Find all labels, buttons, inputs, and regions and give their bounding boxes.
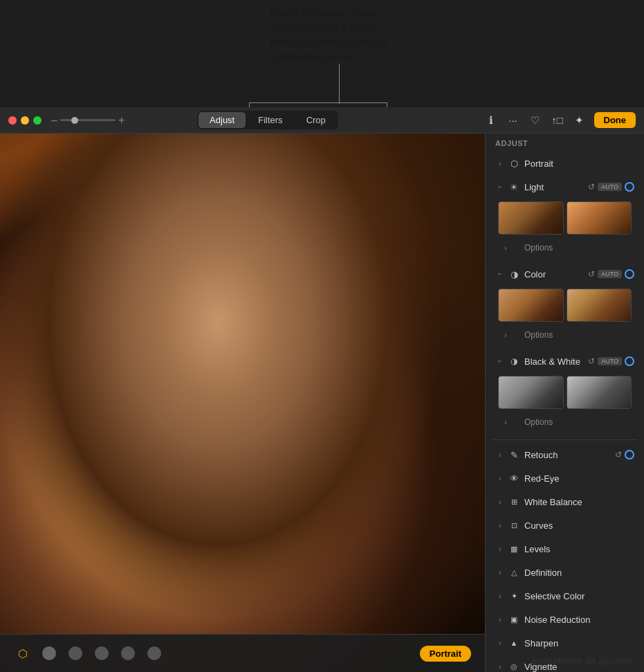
tab-filters[interactable]: Filters [247, 112, 293, 128]
bw-thumbnails [498, 376, 632, 409]
tooltip-text: Faceți clic pentru a face ajustări, pent… [270, 6, 505, 64]
section-label-wb: White Balance [524, 497, 634, 507]
levels-icon: ▦ [508, 543, 520, 555]
bw-content: › Options [493, 373, 637, 437]
section-label-curves: Curves [524, 520, 634, 531]
color-thumb-1[interactable] [498, 289, 564, 322]
curves-icon: ⊡ [508, 519, 520, 532]
bw-thumb-2-img [567, 376, 632, 408]
color-options-chevron: › [501, 330, 510, 340]
bw-options-row[interactable]: › Options [498, 413, 632, 431]
circle-tool-2[interactable] [66, 644, 84, 662]
section-portrait[interactable]: › ⬡ Portrait [493, 152, 637, 175]
color-options-row[interactable]: › Options [498, 326, 632, 344]
section-retouch[interactable]: › ✎ Retouch ↺ [493, 443, 637, 466]
light-icon: ☀ [508, 181, 520, 193]
bw-undo-icon[interactable]: ↺ [588, 356, 595, 366]
section-label-color: Color [524, 269, 588, 280]
section-wb[interactable]: › ⊞ White Balance [493, 490, 637, 514]
bw-thumb-1[interactable] [498, 376, 564, 409]
color-undo-icon[interactable]: ↺ [588, 269, 595, 279]
light-options-row[interactable]: › Options [498, 239, 632, 257]
light-content: › Options [493, 199, 637, 262]
info-button[interactable]: ℹ [484, 113, 499, 128]
minimize-button[interactable] [21, 116, 29, 125]
light-thumb-1[interactable] [498, 201, 564, 235]
maximize-button[interactable] [33, 116, 42, 125]
light-circle-indicator[interactable] [625, 182, 634, 192]
color-circle-indicator[interactable] [625, 269, 634, 279]
magic-button[interactable]: ✦ [572, 113, 587, 128]
tab-crop[interactable]: Crop [295, 112, 337, 128]
color-content: › Options [493, 286, 637, 349]
circle-tool-3[interactable] [93, 644, 111, 662]
more-button[interactable]: ··· [506, 113, 521, 128]
section-label-levels: Levels [524, 544, 634, 554]
light-auto-badge[interactable]: AUTO [598, 183, 622, 191]
section-definition[interactable]: › △ Definition [493, 561, 637, 584]
section-light[interactable]: › ☀ Light ↺ AUTO [493, 175, 637, 199]
close-button[interactable] [8, 116, 17, 125]
bw-auto-badge[interactable]: AUTO [598, 357, 622, 365]
bw-options-label: Options [524, 417, 553, 427]
bw-thumb-2[interactable] [567, 376, 632, 409]
light-thumbnails [498, 201, 632, 235]
main-content: ⬡ Portrait ADJUST [0, 134, 644, 672]
section-label-light: Light [524, 182, 588, 192]
zoom-control: – + [51, 115, 125, 126]
color-thumb-2-img [567, 289, 632, 321]
share-button[interactable]: ↑□ [550, 113, 565, 128]
section-bw[interactable]: › ◑ Black & White ↺ AUTO [493, 349, 637, 373]
zoom-minus-button[interactable]: – [51, 115, 57, 126]
photo-area: ⬡ Portrait [0, 134, 485, 672]
panel-header: ADJUST [486, 134, 644, 152]
circle-tool-4[interactable] [119, 644, 137, 662]
light-undo-icon[interactable]: ↺ [588, 182, 595, 192]
color-auto-badge[interactable]: AUTO [598, 270, 622, 278]
circle-tool-5[interactable] [145, 644, 163, 662]
section-redeye[interactable]: › 👁 Red-Eye [493, 466, 637, 490]
sharpen-icon: ▲ [508, 637, 520, 649]
section-label-retouch: Retouch [524, 450, 615, 460]
section-selective[interactable]: › ✦ Selective Color [493, 584, 637, 608]
chevron-wb: › [495, 497, 505, 507]
chevron-redeye: › [495, 473, 505, 483]
photo-background [0, 134, 485, 672]
cube-tool-icon[interactable]: ⬡ [14, 644, 32, 662]
retouch-undo-icon[interactable]: ↺ [615, 450, 622, 460]
section-noise[interactable]: › ▣ Noise Reduction [493, 608, 637, 631]
photo-subject [0, 134, 485, 672]
section-label-noise: Noise Reduction [524, 615, 634, 625]
bw-controls: ↺ AUTO [588, 356, 634, 366]
retouch-circle-indicator[interactable] [625, 450, 634, 460]
heart-button[interactable]: ♡ [528, 113, 543, 128]
zoom-slider-thumb [71, 117, 78, 124]
chevron-levels: › [495, 544, 505, 554]
light-options-chevron: › [501, 243, 510, 253]
bw-icon: ◑ [508, 355, 520, 367]
color-thumb-2[interactable] [567, 289, 632, 322]
bottom-toolbar: ⬡ Portrait [0, 634, 485, 672]
retouch-icon: ✎ [508, 448, 520, 461]
zoom-slider[interactable] [60, 119, 116, 121]
bottom-callout-text: Instrumente de ajustare [520, 650, 644, 672]
light-thumb-2[interactable] [567, 201, 632, 235]
circle-tool-1[interactable] [40, 644, 58, 662]
section-levels[interactable]: › ▦ Levels [493, 537, 637, 561]
section-curves[interactable]: › ⊡ Curves [493, 514, 637, 537]
portrait-badge[interactable]: Portrait [420, 646, 471, 662]
bw-circle-indicator[interactable] [625, 356, 634, 366]
section-color[interactable]: › ◑ Color ↺ AUTO [493, 262, 637, 286]
zoom-plus-button[interactable]: + [118, 115, 125, 126]
done-button[interactable]: Done [594, 112, 636, 128]
color-controls: ↺ AUTO [588, 269, 634, 279]
tab-adjust[interactable]: Adjust [199, 112, 246, 128]
retouch-controls: ↺ [615, 450, 634, 460]
chevron-portrait: › [495, 158, 505, 168]
titlebar: – + Adjust Filters Crop ℹ ··· ♡ ↑□ ✦ Don… [0, 107, 644, 134]
section-label-bw: Black & White [524, 356, 588, 367]
titlebar-right: ℹ ··· ♡ ↑□ ✦ Done [484, 112, 636, 128]
section-label-sharpen: Sharpen [524, 638, 634, 648]
chevron-vignette: › [495, 662, 505, 671]
traffic-lights [8, 116, 42, 125]
